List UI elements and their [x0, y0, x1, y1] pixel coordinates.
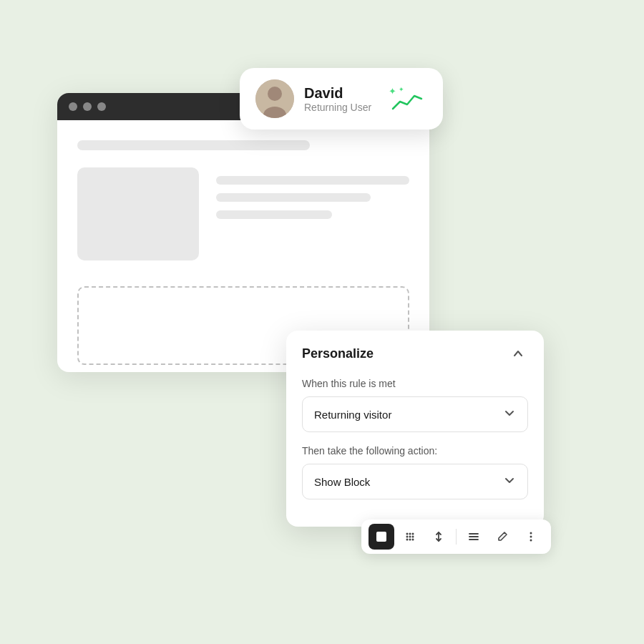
content-line-2 — [216, 193, 371, 202]
rule-dropdown-chevron-icon — [503, 406, 516, 422]
collapse-button[interactable] — [508, 343, 528, 364]
personalize-panel: Personalize When this rule is met Return… — [286, 331, 544, 527]
browser-content — [57, 120, 429, 286]
toolbar-block-button[interactable] — [369, 524, 394, 550]
toolbar-more-button[interactable] — [518, 524, 544, 550]
svg-point-1 — [268, 87, 282, 101]
svg-point-7 — [409, 533, 411, 535]
svg-text:✦: ✦ — [399, 86, 404, 93]
panel-body: When this rule is met Returning visitor … — [286, 374, 544, 499]
toolbar-align-button[interactable] — [461, 524, 487, 550]
user-role: Returning User — [304, 102, 371, 113]
action-dropdown-value: Show Block — [314, 476, 370, 488]
action-dropdown-chevron-icon — [503, 474, 516, 489]
trend-icon: ✦ ✦ — [389, 84, 427, 113]
address-bar-placeholder — [77, 140, 310, 150]
content-lines — [216, 167, 409, 260]
rule-label: When this rule is met — [302, 378, 528, 389]
user-info: David Returning User — [304, 84, 371, 113]
content-line-3 — [216, 210, 332, 219]
svg-point-8 — [412, 533, 414, 535]
panel-header: Personalize — [286, 331, 544, 374]
content-image-placeholder — [77, 167, 199, 260]
rule-dropdown-value: Returning visitor — [314, 409, 391, 421]
toolbar-edit-button[interactable] — [489, 524, 515, 550]
toolbar-divider — [456, 529, 457, 545]
svg-text:✦: ✦ — [389, 86, 396, 97]
content-row — [77, 167, 409, 260]
panel-title: Personalize — [302, 346, 374, 361]
svg-point-14 — [412, 539, 414, 541]
svg-point-11 — [412, 536, 414, 538]
browser-dot-2 — [83, 102, 92, 111]
toolbar-grid-button[interactable] — [397, 524, 423, 550]
toolbar — [361, 519, 551, 554]
svg-rect-5 — [376, 532, 386, 542]
svg-point-13 — [409, 539, 411, 541]
action-dropdown[interactable]: Show Block — [302, 464, 528, 499]
browser-dot-1 — [69, 102, 77, 111]
svg-point-10 — [409, 536, 411, 538]
svg-point-19 — [530, 536, 532, 538]
svg-point-6 — [406, 533, 409, 535]
svg-point-18 — [530, 532, 532, 535]
avatar — [255, 79, 294, 118]
action-label: Then take the following action: — [302, 445, 528, 457]
browser-dot-3 — [97, 102, 106, 111]
rule-dropdown[interactable]: Returning visitor — [302, 396, 528, 432]
svg-point-12 — [406, 539, 409, 541]
svg-point-20 — [530, 540, 532, 542]
toolbar-move-button[interactable] — [426, 524, 452, 550]
user-card: David Returning User ✦ ✦ — [240, 68, 443, 130]
content-line-1 — [216, 176, 409, 185]
svg-point-9 — [406, 536, 409, 538]
user-name: David — [304, 84, 371, 102]
